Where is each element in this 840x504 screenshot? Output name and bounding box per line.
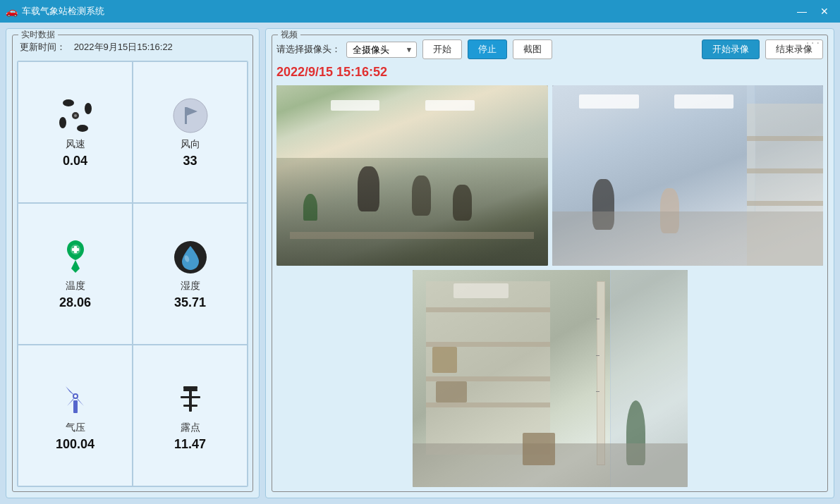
minimize-button[interactable]: — (792, 4, 812, 18)
update-time-value: 2022年9月15日15:16:22 (74, 42, 173, 52)
temperature-label: 温度 (66, 280, 85, 293)
light-4 (674, 94, 734, 109)
windmill-svg (57, 381, 94, 417)
camera-controls: 请选择摄像头： 全摄像头 摄像头1 摄像头2 摄像头3 ▼ 开始 停止 截图 开… (276, 39, 823, 59)
ruler-mark-1 (596, 319, 599, 319)
s-shelf-4 (426, 402, 550, 407)
svg-rect-20 (191, 396, 200, 398)
shelf-1 (747, 136, 823, 141)
app-title: 车载气象站检测系统 (22, 5, 104, 18)
svg-point-1 (85, 103, 92, 114)
sensor-grid: 风速 0.04 风向 33 (17, 61, 248, 487)
person-1 (358, 166, 379, 211)
s-shelf-3 (426, 376, 550, 381)
shelf-2 (747, 168, 823, 173)
camera-feed-2 (552, 85, 824, 266)
humidity-icon (171, 238, 210, 277)
ruler-mark-2 (596, 355, 599, 356)
dewpoint-cell: 露点 11.47 (133, 345, 248, 486)
cam2-feed (552, 85, 824, 266)
svg-point-2 (77, 125, 88, 132)
update-time-label: 更新时间： (20, 42, 66, 52)
svg-rect-18 (183, 386, 197, 389)
floor-box (523, 433, 556, 465)
main-content: 实时数据 更新时间： 2022年9月15日15:16:22 (0, 23, 840, 504)
cam3-feed (413, 270, 688, 487)
desk-1 (290, 232, 534, 239)
wind-speed-cell: 风速 0.04 (18, 61, 133, 203)
title-bar: 🚗 车载气象站检测系统 — ✕ (0, 0, 840, 23)
wind-speed-value: 0.04 (63, 154, 87, 168)
stop-button[interactable]: 停止 (468, 39, 507, 59)
svg-rect-21 (183, 405, 190, 407)
video-grid (276, 85, 823, 487)
left-panel: 实时数据 更新时间： 2022年9月15日15:16:22 (6, 28, 260, 498)
cam2-floor (552, 211, 824, 266)
camera-feed-1 (276, 85, 548, 266)
s-shelf-1 (426, 307, 550, 312)
plant-1 (303, 194, 317, 221)
flag-icon (171, 96, 210, 135)
three-dots: ··· (806, 37, 822, 49)
capture-button[interactable]: 截图 (513, 39, 552, 59)
temperature-cell: 温度 28.06 (18, 203, 133, 345)
thermometer-svg (57, 239, 94, 276)
fan-svg (56, 96, 95, 135)
humidity-label: 湿度 (181, 280, 200, 293)
svg-point-0 (63, 99, 74, 106)
humidity-svg (172, 239, 209, 276)
light-3 (579, 94, 639, 109)
right-panel: 视频 ··· 请选择摄像头： 全摄像头 摄像头1 摄像头2 摄像头3 ▼ 开始 … (265, 28, 834, 498)
start-button[interactable]: 开始 (422, 39, 462, 59)
dew-icon (171, 379, 210, 419)
person-2 (412, 176, 431, 215)
box-2 (436, 381, 467, 402)
svg-point-5 (74, 114, 77, 117)
camera-select-label: 请选择摄像头： (276, 43, 341, 56)
svg-point-6 (174, 99, 207, 133)
svg-point-16 (74, 395, 77, 398)
wind-dir-label: 风向 (181, 138, 200, 151)
camera-select-wrapper[interactable]: 全摄像头 摄像头1 摄像头2 摄像头3 ▼ (346, 42, 417, 58)
s-shelf-2 (426, 342, 550, 347)
humidity-cell: 湿度 35.71 (133, 203, 248, 345)
ruler (597, 281, 605, 465)
svg-rect-7 (185, 107, 187, 124)
windmill-icon (56, 379, 95, 419)
ruler-mark-3 (596, 391, 599, 392)
storage-shelves (426, 281, 550, 455)
wind-speed-label: 风速 (66, 138, 85, 151)
thermometer-icon (56, 238, 95, 277)
update-time-row: 更新时间： 2022年9月15日15:16:22 (17, 39, 248, 55)
wind-dir-value: 33 (183, 154, 197, 168)
video-timestamp: 2022/9/15 15:16:52 (276, 65, 823, 80)
svg-rect-14 (73, 400, 78, 413)
pressure-cell: 气压 100.04 (18, 345, 133, 486)
start-record-button[interactable]: 开始录像 (702, 39, 760, 59)
title-bar-left: 🚗 车载气象站检测系统 (6, 5, 104, 18)
pressure-label: 气压 (66, 422, 85, 434)
box-1 (432, 347, 457, 373)
light-1 (331, 100, 379, 111)
svg-rect-24 (191, 389, 197, 391)
video-row-bottom (276, 270, 823, 487)
right-panel-group-label: 视频 (278, 29, 300, 41)
dew-svg (172, 381, 209, 417)
svg-rect-11 (72, 248, 79, 251)
shelf-3 (747, 201, 823, 206)
temperature-value: 28.06 (59, 295, 91, 310)
svg-point-3 (59, 117, 66, 128)
flag-svg (172, 97, 209, 134)
video-row-top (276, 85, 823, 266)
camera-select[interactable]: 全摄像头 摄像头1 摄像头2 摄像头3 (346, 42, 417, 58)
wind-dir-cell: 风向 33 (133, 61, 248, 203)
light-2 (425, 100, 474, 111)
left-panel-group-label: 实时数据 (18, 29, 58, 41)
fan-icon (56, 96, 95, 135)
close-button[interactable]: ✕ (815, 4, 834, 18)
svg-rect-23 (183, 389, 190, 391)
svg-rect-19 (181, 396, 190, 398)
dewpoint-label: 露点 (181, 422, 200, 434)
cam1-feed (276, 85, 548, 266)
camera-feed-3 (413, 270, 688, 487)
